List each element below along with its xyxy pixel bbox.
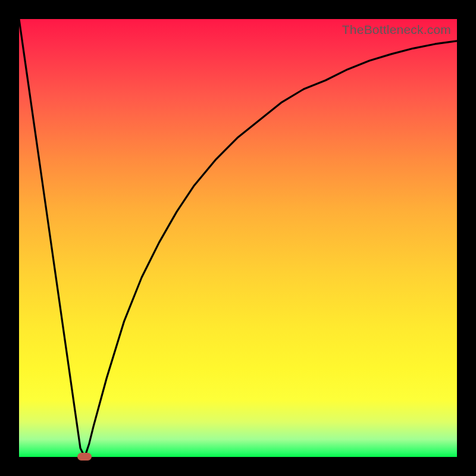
- curve-layer: [19, 19, 457, 457]
- bottleneck-curve: [19, 19, 457, 457]
- watermark-text: TheBottleneck.com: [342, 23, 451, 37]
- chart-frame: TheBottleneck.com: [0, 0, 476, 476]
- optimum-marker: [77, 453, 92, 461]
- plot-area: TheBottleneck.com: [19, 19, 457, 457]
